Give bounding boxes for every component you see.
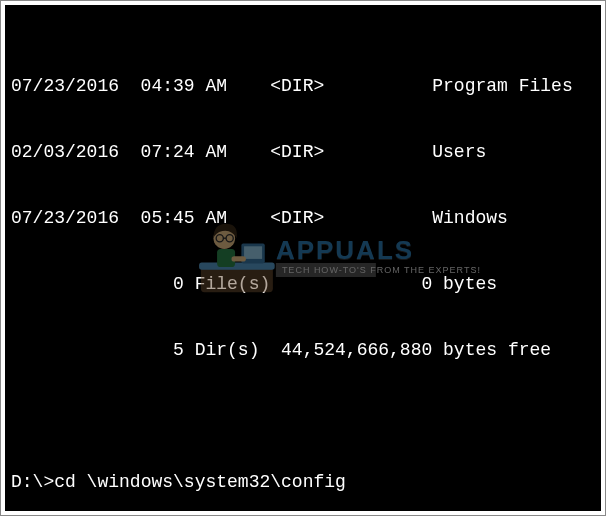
svg-point-8 bbox=[216, 235, 223, 242]
command-line-cd: D:\>cd \windows\system32\config bbox=[11, 471, 595, 493]
dir-summary-files: 0 File(s) 0 bytes bbox=[11, 273, 595, 295]
command-prompt-terminal[interactable]: 07/23/2016 04:39 AM <DIR> Program Files … bbox=[5, 5, 601, 511]
svg-point-7 bbox=[226, 235, 233, 242]
dir-entry: 02/03/2016 07:24 AM <DIR> Users bbox=[11, 141, 595, 163]
typed-command: cd \windows\system32\config bbox=[54, 472, 346, 492]
dir-entry: 07/23/2016 05:45 AM <DIR> Windows bbox=[11, 207, 595, 229]
watermark-text: APPUALS TECH HOW-TO'S FROM THE EXPERTS! bbox=[276, 239, 414, 277]
svg-rect-2 bbox=[241, 244, 264, 264]
watermark-title: APPUALS bbox=[276, 239, 414, 261]
frame: 07/23/2016 04:39 AM <DIR> Program Files … bbox=[0, 0, 606, 516]
svg-rect-3 bbox=[244, 246, 262, 259]
svg-point-4 bbox=[213, 227, 235, 249]
prompt: D:\> bbox=[11, 472, 54, 492]
svg-rect-5 bbox=[217, 249, 235, 267]
svg-rect-6 bbox=[231, 256, 245, 261]
dir-entry: 07/23/2016 04:39 AM <DIR> Program Files bbox=[11, 75, 595, 97]
dir-summary-dirs: 5 Dir(s) 44,524,666,880 bytes free bbox=[11, 339, 595, 361]
svg-rect-1 bbox=[199, 263, 275, 270]
